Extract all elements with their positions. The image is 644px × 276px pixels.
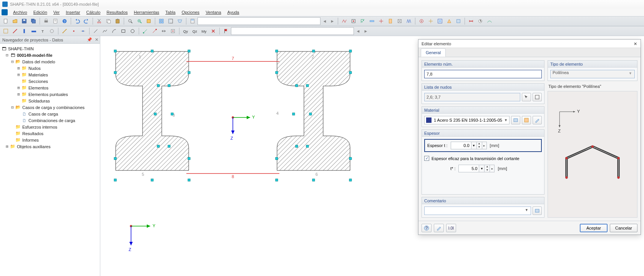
tool-m-icon[interactable] xyxy=(454,17,463,25)
view2-f-icon[interactable] xyxy=(48,27,56,35)
tool-k-icon[interactable] xyxy=(436,17,444,25)
tool-g-icon[interactable] xyxy=(395,17,404,25)
calc-icon[interactable] xyxy=(188,17,197,25)
filter-next-icon[interactable]: ► xyxy=(362,28,369,35)
redo-icon[interactable] xyxy=(82,17,91,25)
material-lib-icon[interactable] xyxy=(511,116,520,124)
cut-icon[interactable] xyxy=(95,17,103,25)
tool-b-icon[interactable] xyxy=(349,17,358,25)
espesor-t-field[interactable]: ▼ ▲▼ ▸ xyxy=(451,142,487,149)
filter-combo[interactable] xyxy=(231,27,354,35)
tree-elementos[interactable]: Elementos xyxy=(28,86,48,90)
tool-i-icon[interactable] xyxy=(417,17,426,25)
print-icon[interactable] xyxy=(42,17,50,25)
draw-line-icon[interactable] xyxy=(91,27,100,35)
draw-poly-icon[interactable] xyxy=(101,27,109,35)
text-r-icon[interactable]: Qz xyxy=(191,27,199,35)
tree-materiales[interactable]: Materiales xyxy=(28,73,48,77)
report-icon[interactable] xyxy=(51,17,60,25)
pin-icon[interactable]: 📌 xyxy=(87,37,92,42)
tool-f-icon[interactable] xyxy=(386,17,395,25)
tool-o-icon[interactable] xyxy=(476,17,485,25)
tool-n-icon[interactable] xyxy=(467,17,475,25)
tipo-select[interactable]: Polilínea ▼ xyxy=(550,70,635,78)
comment-select[interactable]: ▼ xyxy=(424,207,531,215)
tstar-drop-icon[interactable]: ▼ xyxy=(479,165,485,172)
mod-a-icon[interactable] xyxy=(141,27,149,35)
tab-general[interactable]: General xyxy=(421,48,446,57)
tree-soldaduras[interactable]: Soldaduras xyxy=(28,99,50,103)
view2-c-icon[interactable] xyxy=(20,27,28,35)
save-icon[interactable] xyxy=(20,17,28,25)
tree-elem-punt[interactable]: Elementos puntuales xyxy=(28,92,68,97)
tool-l-icon[interactable] xyxy=(445,17,453,25)
tree-root[interactable]: SHAPE-THIN xyxy=(8,46,34,51)
comment-pick-icon[interactable] xyxy=(533,207,542,215)
material-edit-icon[interactable] xyxy=(533,116,542,124)
measure-icon[interactable] xyxy=(60,27,69,35)
tool-a-icon[interactable] xyxy=(340,17,349,25)
menu-archivo[interactable]: Archivo xyxy=(10,9,30,15)
tool-j-icon[interactable] xyxy=(427,17,435,25)
navigator-tree[interactable]: 🗔SHAPE-THIN ⊟🗔000149-model-file ⊟📂Datos … xyxy=(0,44,100,276)
tstar-spinner[interactable]: ▲▼ xyxy=(485,165,490,172)
draw-rect-icon[interactable] xyxy=(119,27,128,35)
pick-nodes-icon[interactable] xyxy=(522,93,531,101)
menu-calculo[interactable]: Cálculo xyxy=(83,9,104,15)
menu-opciones[interactable]: Opciones xyxy=(179,9,202,15)
menu-ventana[interactable]: Ventana xyxy=(202,9,224,15)
tool-d-icon[interactable] xyxy=(368,17,376,25)
panel-icon[interactable] xyxy=(166,17,175,25)
mod-c-icon[interactable] xyxy=(159,27,168,35)
tool-p-icon[interactable] xyxy=(485,17,494,25)
draw-arc-icon[interactable] xyxy=(110,27,118,35)
open-icon[interactable] xyxy=(11,17,19,25)
copy-icon[interactable] xyxy=(104,17,113,25)
mod-d-icon[interactable] xyxy=(169,27,177,35)
elem-num-field[interactable] xyxy=(424,70,542,78)
help-button-icon[interactable]: ? xyxy=(422,224,432,232)
snap-b-icon[interactable] xyxy=(79,27,87,35)
espesor-t-input[interactable] xyxy=(451,142,471,149)
help-icon[interactable]: ? xyxy=(60,17,69,25)
checkbox-icon[interactable]: ✓ xyxy=(424,156,429,161)
tree-casos-comb[interactable]: Casos de carga y combinaciones xyxy=(22,105,85,110)
results-combo[interactable] xyxy=(198,17,320,25)
apply-button-icon[interactable] xyxy=(434,224,444,232)
menu-insertar[interactable]: Insertar xyxy=(63,9,83,15)
dialog-title-bar[interactable]: Editar elemento ✕ xyxy=(418,40,641,48)
espesor-t-drop-icon[interactable]: ▼ xyxy=(471,142,477,149)
tstar-input[interactable] xyxy=(458,165,479,172)
tool-h-icon[interactable] xyxy=(405,17,413,25)
menu-ver[interactable]: Ver xyxy=(50,9,63,15)
tree-informes[interactable]: Informes xyxy=(22,138,39,142)
paste-icon[interactable] xyxy=(113,17,122,25)
saveall-icon[interactable] xyxy=(29,17,38,25)
tool-e-icon[interactable] xyxy=(377,17,385,25)
text-q-icon[interactable]: Qy xyxy=(181,27,190,35)
tree-nudos[interactable]: Nudos xyxy=(28,66,41,71)
nodes-field[interactable] xyxy=(424,93,520,101)
filter-prev-icon[interactable]: ◄ xyxy=(355,28,362,35)
app-menu-icon[interactable] xyxy=(2,9,8,15)
units-button-icon[interactable]: 0.00 xyxy=(446,224,456,232)
espesor-t-spinner[interactable]: ▲▼ xyxy=(477,142,482,149)
dialog-close-icon[interactable]: ✕ xyxy=(632,41,638,47)
espesor-t-step-icon[interactable]: ▸ xyxy=(482,142,487,149)
tree-resultados[interactable]: Resultados xyxy=(22,131,43,136)
mod-b-icon[interactable] xyxy=(150,27,159,35)
view2-e-icon[interactable]: T xyxy=(38,27,47,35)
next-icon[interactable]: ► xyxy=(329,18,336,25)
square-icon[interactable] xyxy=(144,17,153,25)
close-icon[interactable]: ✕ xyxy=(95,37,98,42)
flag-icon[interactable] xyxy=(222,27,230,35)
tree-secciones[interactable]: Secciones xyxy=(28,79,48,84)
view-icon[interactable] xyxy=(176,17,184,25)
grid-icon[interactable] xyxy=(157,17,166,25)
cancel-button[interactable]: Cancelar xyxy=(610,224,637,232)
tree-aux[interactable]: Objetos auxiliares xyxy=(17,144,50,149)
graphics-viewport[interactable]: 7 8 1 2 5 6 3 4 xyxy=(100,36,644,276)
tree-project[interactable]: 000149-model-file xyxy=(17,53,52,58)
tree-comb-carga[interactable]: Combinaciones de carga xyxy=(28,118,75,123)
menu-resultados[interactable]: Resultados xyxy=(103,9,131,15)
